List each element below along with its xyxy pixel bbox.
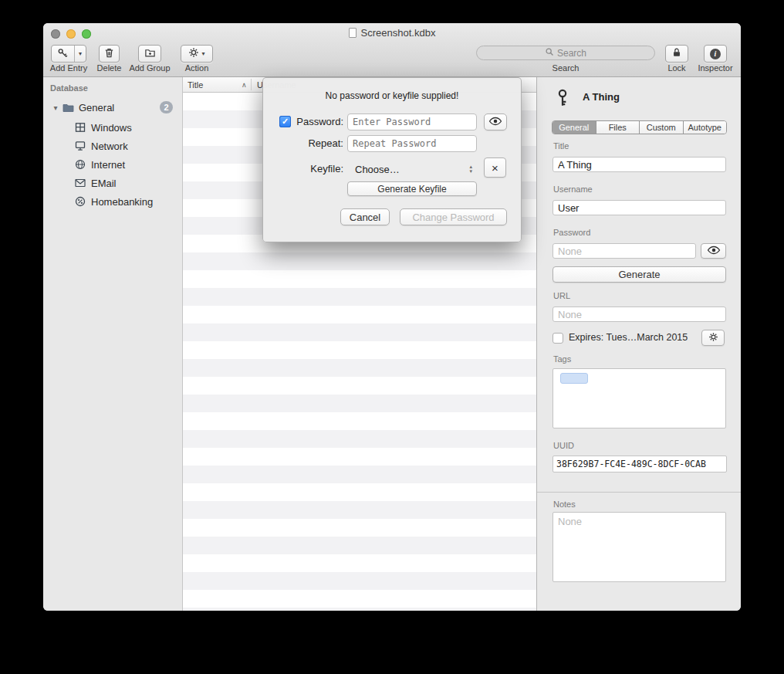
dialog-message: No password or keyfile supplied!	[263, 90, 521, 101]
inspector-button[interactable]: i	[704, 45, 727, 63]
sidebar-item-label: Internet	[91, 159, 125, 171]
add-group-label: Add Group	[125, 63, 174, 73]
info-icon: i	[710, 49, 721, 59]
sort-ascending-icon: ∧	[242, 77, 247, 93]
sidebar-group-label: General	[79, 102, 114, 113]
delete-button[interactable]	[99, 45, 120, 63]
chevron-down-icon: ▾	[79, 51, 82, 57]
username-field[interactable]	[553, 200, 726, 215]
cancel-button[interactable]: Cancel	[340, 208, 390, 225]
eye-icon	[488, 117, 502, 128]
screen: Screenshot.kdbx ▾ Add Entry Delete	[0, 0, 784, 674]
group-count-badge: 2	[160, 101, 173, 113]
username-label: Username	[553, 185, 593, 194]
globe-icon	[74, 158, 87, 171]
dialog-show-password-button[interactable]	[484, 113, 507, 130]
column-divider[interactable]	[251, 79, 252, 90]
dialog-repeat-label: Repeat:	[263, 137, 343, 149]
sidebar: Database ▾ General 2 Windows	[43, 77, 183, 611]
sidebar-item-label: Homebanking	[91, 196, 153, 208]
sidebar-item-label: EMail	[91, 178, 117, 189]
coin-percent-icon	[74, 195, 87, 208]
document-icon	[349, 28, 357, 38]
add-entry-dropdown[interactable]: ▾	[74, 46, 86, 62]
sidebar-item-internet[interactable]: Internet	[43, 155, 182, 174]
search-label: Search	[476, 63, 655, 73]
disclosure-triangle-icon[interactable]: ▾	[49, 103, 62, 112]
lock-button[interactable]	[665, 45, 688, 63]
sidebar-section-header: Database	[50, 83, 88, 93]
folder-icon	[62, 101, 75, 114]
dialog-password-label: Password:	[263, 116, 343, 127]
clear-keyfile-button[interactable]: ×	[484, 157, 506, 178]
chevron-down-icon: ▾	[201, 51, 204, 57]
tab-files[interactable]: Files	[596, 121, 640, 134]
inspector-tabs: General Files Custom Autotype	[552, 120, 727, 134]
stepper-icon: ▴▾	[469, 164, 477, 174]
sidebar-item-windows[interactable]: Windows	[43, 118, 182, 137]
uuid-label: UUID	[553, 441, 574, 450]
sidebar-item-email[interactable]: EMail	[43, 174, 182, 192]
url-label: URL	[553, 291, 570, 300]
inspector-panel: A Thing General Files Custom Autotype Ti…	[536, 77, 741, 611]
envelope-icon	[74, 177, 87, 190]
sidebar-item-homebanking[interactable]: Homebanking	[43, 192, 182, 211]
expires-label: Expires: Tues…March 2015	[569, 332, 688, 343]
column-header-title[interactable]: Title	[188, 77, 203, 93]
add-entry-button[interactable]: ▾	[51, 45, 86, 63]
title-field[interactable]	[553, 157, 726, 172]
dialog-keyfile-label: Keyfile:	[263, 163, 343, 174]
title-label: Title	[553, 141, 569, 151]
tab-general[interactable]: General	[553, 121, 596, 134]
generate-keyfile-button[interactable]: Generate Keyfile	[347, 181, 477, 196]
inspector-divider	[537, 492, 741, 493]
delete-label: Delete	[90, 63, 129, 73]
window-title: Screenshot.kdbx	[43, 27, 741, 39]
window-header: Screenshot.kdbx ▾ Add Entry Delete	[43, 23, 741, 77]
app-window: Screenshot.kdbx ▾ Add Entry Delete	[43, 23, 741, 611]
sidebar-item-label: Windows	[91, 122, 132, 134]
search-icon	[545, 47, 554, 59]
expires-checkbox[interactable]	[553, 333, 563, 344]
action-button[interactable]: ▾	[181, 45, 213, 63]
url-field[interactable]	[553, 307, 726, 322]
padlock-icon	[671, 47, 682, 60]
tab-custom[interactable]: Custom	[639, 121, 683, 134]
sidebar-group-general[interactable]: ▾ General 2	[43, 98, 182, 117]
expires-settings-button[interactable]	[701, 330, 725, 346]
show-password-button[interactable]	[701, 243, 726, 259]
uuid-field[interactable]	[553, 456, 727, 472]
change-password-dialog: No password or keyfile supplied! ✓ Passw…	[262, 77, 522, 242]
dialog-repeat-input[interactable]	[347, 135, 477, 152]
key-icon	[554, 89, 571, 110]
inspector-label: Inspector	[681, 63, 741, 73]
notes-label: Notes	[553, 500, 576, 509]
keyfile-selected-value: Choose…	[347, 164, 469, 175]
sidebar-item-network[interactable]: Network	[43, 137, 182, 155]
folder-plus-icon	[144, 47, 156, 61]
generate-password-button[interactable]: Generate	[553, 266, 726, 283]
entry-title: A Thing	[583, 91, 620, 103]
search-input[interactable]: Search	[476, 46, 655, 60]
tags-field[interactable]	[553, 368, 726, 428]
gear-icon	[188, 47, 199, 60]
notes-field[interactable]	[553, 512, 726, 582]
key-plus-icon	[52, 46, 74, 62]
password-label: Password	[553, 228, 590, 237]
add-group-button[interactable]	[138, 45, 161, 63]
gear-icon	[708, 332, 718, 344]
eye-icon	[707, 246, 721, 257]
tag-chip[interactable]	[560, 373, 588, 384]
change-password-button[interactable]: Change Password	[400, 208, 507, 225]
windows-icon	[74, 121, 87, 134]
close-icon: ×	[492, 161, 498, 174]
sidebar-item-label: Network	[91, 141, 128, 152]
dialog-password-input[interactable]	[347, 113, 477, 130]
action-label: Action	[181, 63, 213, 73]
trash-icon	[103, 47, 115, 61]
tab-autotype[interactable]: Autotype	[683, 121, 727, 134]
keyfile-dropdown[interactable]: Choose… ▴▾	[347, 160, 477, 178]
monitor-icon	[74, 140, 87, 153]
search-placeholder: Search	[557, 48, 586, 59]
password-field[interactable]	[553, 243, 696, 259]
